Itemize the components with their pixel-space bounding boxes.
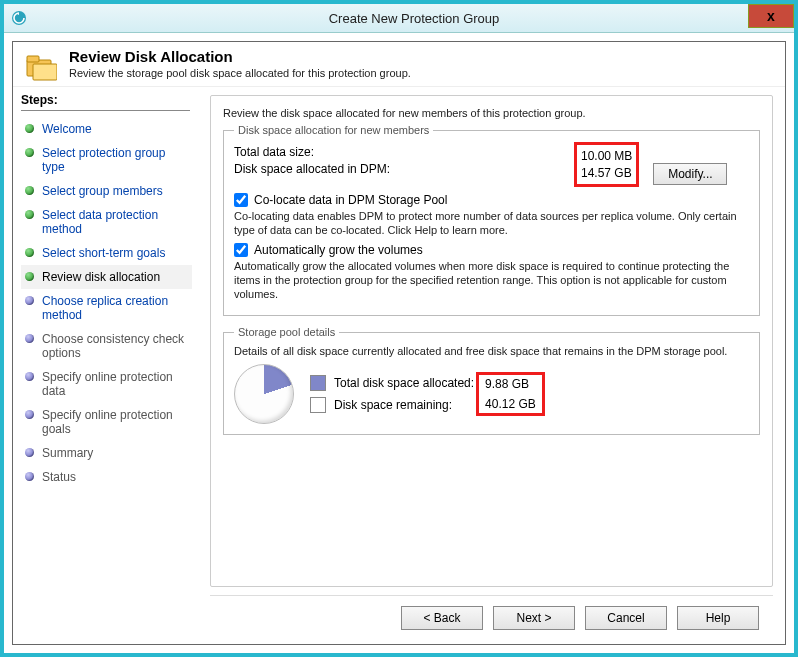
step-specify-online-protection-goals: Specify online protection goals: [21, 403, 192, 441]
autogrow-label: Automatically grow the volumes: [254, 243, 423, 257]
step-bullet-icon: [25, 210, 34, 219]
step-label: Choose consistency check options: [42, 332, 188, 360]
pool-allocated-value: 9.88 GB: [485, 377, 536, 391]
step-bullet-icon: [25, 448, 34, 457]
step-bullet-icon: [25, 410, 34, 419]
next-button[interactable]: Next >: [493, 606, 575, 630]
page-title: Review Disk Allocation: [69, 48, 411, 65]
modify-button[interactable]: Modify...: [653, 163, 727, 185]
pie-chart-icon: [234, 364, 294, 424]
storage-pool-desc: Details of all disk space currently allo…: [234, 344, 749, 358]
step-label: Welcome: [42, 122, 92, 136]
allocation-values-highlight: 10.00 MB 14.57 GB: [574, 142, 639, 187]
colocate-label: Co-locate data in DPM Storage Pool: [254, 193, 447, 207]
step-label: Select data protection method: [42, 208, 188, 236]
storage-pool-group: Storage pool details Details of all disk…: [223, 326, 760, 435]
step-label: Select short-term goals: [42, 246, 165, 260]
pool-allocated-label: Total disk space allocated:: [334, 376, 474, 390]
folder-icon: [25, 50, 57, 82]
colocate-checkbox[interactable]: [234, 193, 248, 207]
step-bullet-icon: [25, 148, 34, 157]
step-bullet-icon: [25, 472, 34, 481]
step-bullet-icon: [25, 296, 34, 305]
window-title: Create New Protection Group: [34, 11, 794, 26]
svg-rect-2: [27, 56, 39, 62]
help-button[interactable]: Help: [677, 606, 759, 630]
close-icon: x: [767, 8, 775, 24]
step-bullet-icon: [25, 334, 34, 343]
step-select-protection-group-type[interactable]: Select protection group type: [21, 141, 192, 179]
allocation-legend: Disk space allocation for new members: [234, 124, 433, 136]
pool-remaining-label: Disk space remaining:: [334, 398, 452, 412]
storage-pool-legend: Storage pool details: [234, 326, 339, 338]
total-data-size-value: 10.00 MB: [581, 149, 632, 163]
step-label: Status: [42, 470, 76, 484]
step-status: Status: [21, 465, 192, 489]
legend-allocated-swatch: [310, 375, 326, 391]
allocation-group: Disk space allocation for new members To…: [223, 124, 760, 316]
dpm-allocated-label: Disk space allocated in DPM:: [234, 162, 494, 176]
step-bullet-icon: [25, 124, 34, 133]
autogrow-checkbox[interactable]: [234, 243, 248, 257]
steps-heading: Steps:: [21, 93, 190, 111]
colocate-checkbox-row: Co-locate data in DPM Storage Pool: [234, 193, 749, 207]
autogrow-desc: Automatically grow the allocated volumes…: [234, 259, 749, 301]
step-label: Review disk allocation: [42, 270, 160, 284]
dialog-body: Review Disk Allocation Review the storag…: [12, 41, 786, 645]
autogrow-checkbox-row: Automatically grow the volumes: [234, 243, 749, 257]
pool-remaining-value: 40.12 GB: [485, 397, 536, 411]
pool-values-highlight: 9.88 GB 40.12 GB: [476, 372, 545, 416]
intro-text: Review the disk space allocated for new …: [223, 106, 760, 120]
button-bar: < Back Next > Cancel Help: [210, 595, 773, 640]
dpm-allocated-value: 14.57 GB: [581, 166, 632, 180]
step-bullet-icon: [25, 248, 34, 257]
step-label: Select group members: [42, 184, 163, 198]
step-select-short-term-goals[interactable]: Select short-term goals: [21, 241, 192, 265]
step-choose-replica-creation-method[interactable]: Choose replica creation method: [21, 289, 192, 327]
step-select-data-protection-method[interactable]: Select data protection method: [21, 203, 192, 241]
step-label: Specify online protection data: [42, 370, 188, 398]
step-label: Summary: [42, 446, 93, 460]
page-header: Review Disk Allocation Review the storag…: [13, 42, 785, 86]
content-area: Review the disk space allocated for new …: [198, 87, 785, 644]
back-button[interactable]: < Back: [401, 606, 483, 630]
app-icon: [10, 9, 28, 27]
cancel-button[interactable]: Cancel: [585, 606, 667, 630]
step-review-disk-allocation[interactable]: Review disk allocation: [21, 265, 192, 289]
step-bullet-icon: [25, 272, 34, 281]
steps-sidebar: Steps: WelcomeSelect protection group ty…: [13, 87, 198, 644]
legend-remaining-swatch: [310, 397, 326, 413]
step-welcome[interactable]: Welcome: [21, 117, 192, 141]
main-panel: Review the disk space allocated for new …: [210, 95, 773, 587]
svg-rect-3: [33, 64, 57, 80]
step-label: Select protection group type: [42, 146, 188, 174]
step-summary: Summary: [21, 441, 192, 465]
total-data-size-label: Total data size:: [234, 145, 494, 159]
step-bullet-icon: [25, 372, 34, 381]
step-specify-online-protection-data: Specify online protection data: [21, 365, 192, 403]
step-label: Choose replica creation method: [42, 294, 188, 322]
step-select-group-members[interactable]: Select group members: [21, 179, 192, 203]
colocate-desc: Co-locating data enables DPM to protect …: [234, 209, 749, 237]
page-subtitle: Review the storage pool disk space alloc…: [69, 67, 411, 79]
step-choose-consistency-check-options: Choose consistency check options: [21, 327, 192, 365]
step-bullet-icon: [25, 186, 34, 195]
titlebar: Create New Protection Group x: [4, 4, 794, 33]
step-label: Specify online protection goals: [42, 408, 188, 436]
close-button[interactable]: x: [748, 4, 794, 28]
dialog-window: Create New Protection Group x Review Dis…: [0, 0, 798, 657]
